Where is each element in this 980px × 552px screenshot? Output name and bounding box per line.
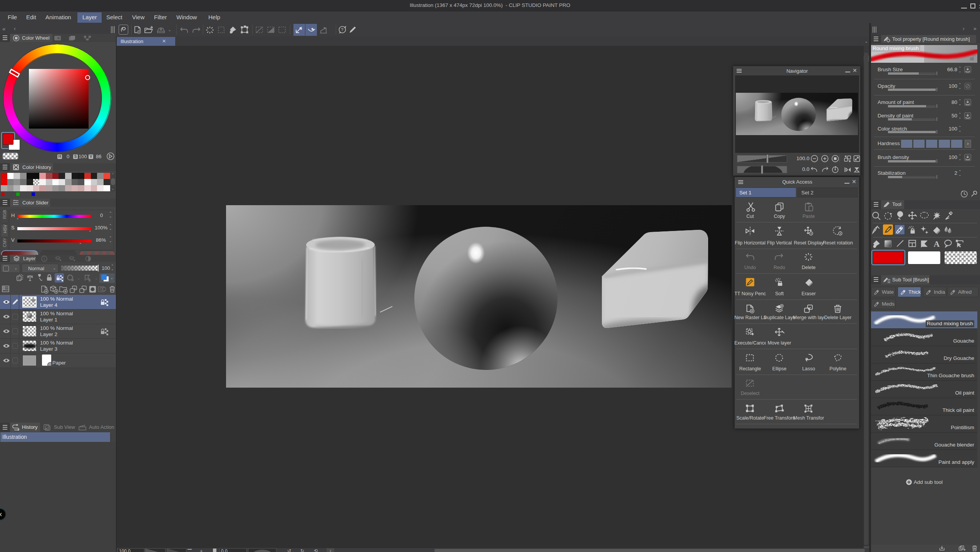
- svg-text:i: i: [44, 256, 45, 261]
- svg-text:?: ?: [341, 27, 343, 32]
- svg-text:⌄: ⌄: [77, 276, 80, 280]
- svg-text:⌄: ⌄: [95, 276, 98, 280]
- svg-text:A: A: [933, 239, 940, 248]
